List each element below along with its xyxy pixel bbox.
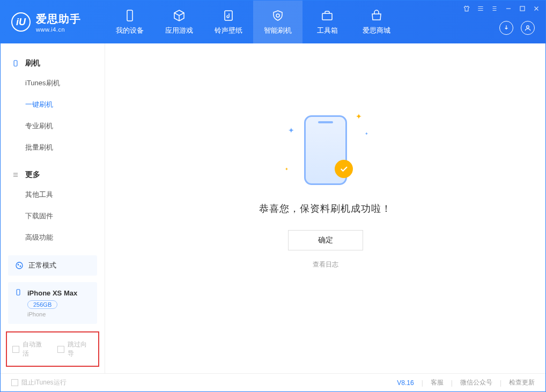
titlebar-right (463, 1, 540, 43)
sidebar-item-download-firmware[interactable]: 下载固件 (1, 205, 105, 227)
svg-point-7 (18, 264, 19, 265)
svg-point-8 (20, 265, 21, 267)
maximize-icon[interactable] (519, 5, 526, 12)
shirt-icon[interactable] (463, 5, 470, 12)
checkbox-block-itunes[interactable]: 阻止iTunes运行 (11, 378, 67, 387)
close-icon[interactable] (533, 5, 540, 12)
checkbox-box-icon (12, 346, 19, 353)
logo-icon: iU (11, 12, 31, 32)
tab-my-device[interactable]: 我的设备 (105, 1, 154, 43)
svg-rect-3 (520, 6, 525, 11)
main-tabs: 我的设备 应用游戏 铃声壁纸 智能刷机 工具箱 爱思商城 (105, 1, 401, 43)
device-info-box[interactable]: iPhone XS Max 256GB iPhone (8, 282, 97, 324)
shop-icon (370, 9, 383, 23)
sidebar-item-oneclick-flash[interactable]: 一键刷机 (1, 94, 105, 115)
user-controls (499, 21, 540, 35)
separator: | (422, 379, 423, 387)
tab-label: 智能刷机 (264, 26, 292, 35)
svg-rect-1 (225, 11, 232, 20)
music-icon (222, 9, 235, 23)
device-icon (11, 59, 20, 68)
view-log-link[interactable]: 查看日志 (313, 260, 338, 269)
logo-text: 爱思助手 www.i4.cn (36, 12, 81, 33)
phone-illustration-icon (304, 115, 347, 185)
checkbox-auto-activate[interactable]: 自动激活 (12, 340, 48, 358)
footer-right: V8.16 | 客服 | 微信公众号 | 检查更新 (397, 378, 535, 387)
sidebar-item-pro-flash[interactable]: 专业刷机 (1, 115, 105, 137)
tab-label: 我的设备 (116, 26, 144, 35)
download-button[interactable] (499, 21, 513, 35)
tab-label: 工具箱 (317, 26, 338, 35)
svg-rect-9 (17, 290, 20, 295)
status-icon (14, 261, 24, 270)
body: 刷机 iTunes刷机 一键刷机 专业刷机 批量刷机 更多 其他工具 下载固件 … (1, 43, 545, 373)
sidebar-item-other-tools[interactable]: 其他工具 (1, 184, 105, 205)
device-type: iPhone (27, 311, 91, 317)
sidebar-section-title: 更多 (25, 170, 40, 180)
svg-rect-2 (322, 13, 332, 20)
tab-smart-flash[interactable]: 智能刷机 (253, 1, 302, 43)
ok-button[interactable]: 确定 (288, 230, 363, 250)
svg-point-6 (16, 262, 23, 269)
sidebar-item-batch-flash[interactable]: 批量刷机 (1, 137, 105, 158)
sidebar-section-title: 刷机 (25, 58, 40, 68)
sparkle-icon: ✦ (356, 112, 362, 121)
main-content: ✦ ✦ ✦ ✦ 恭喜您，保资料刷机成功啦！ 确定 查看日志 (105, 43, 545, 373)
minimize-icon[interactable] (505, 5, 512, 12)
checkbox-label: 阻止iTunes运行 (21, 378, 67, 387)
sparkle-icon: ✦ (285, 167, 289, 172)
footer: 阻止iTunes运行 V8.16 | 客服 | 微信公众号 | 检查更新 (1, 373, 545, 391)
app-name-en: www.i4.cn (36, 26, 81, 33)
success-illustration: ✦ ✦ ✦ ✦ (304, 115, 347, 185)
device-name: iPhone XS Max (27, 289, 77, 297)
mode-label: 正常模式 (28, 261, 56, 270)
device-storage-badge: 256GB (27, 300, 57, 309)
logo-area: iU 爱思助手 www.i4.cn (1, 12, 105, 33)
success-message: 恭喜您，保资料刷机成功啦！ (259, 202, 392, 215)
app-name-cn: 爱思助手 (36, 12, 81, 26)
sidebar-section-more: 更多 (1, 166, 105, 184)
separator: | (451, 379, 453, 387)
separator: | (500, 379, 501, 387)
window-controls (463, 5, 540, 12)
sparkle-icon: ✦ (288, 126, 294, 135)
tab-store[interactable]: 爱思商城 (352, 1, 401, 43)
check-update-link[interactable]: 检查更新 (509, 378, 535, 387)
device-name-row: iPhone XS Max (14, 289, 91, 297)
sidebar: 刷机 iTunes刷机 一键刷机 专业刷机 批量刷机 更多 其他工具 下载固件 … (1, 43, 105, 373)
support-link[interactable]: 客服 (431, 378, 444, 387)
checkbox-label: 跳过向导 (68, 340, 93, 358)
tab-toolbox[interactable]: 工具箱 (302, 1, 352, 43)
titlebar: iU 爱思助手 www.i4.cn 我的设备 应用游戏 铃声壁纸 智能刷机 (1, 1, 545, 43)
device-phone-icon (14, 289, 23, 297)
user-button[interactable] (521, 21, 535, 35)
tab-ringtones[interactable]: 铃声壁纸 (204, 1, 253, 43)
sidebar-section-flash: 刷机 (1, 54, 105, 72)
version-label[interactable]: V8.16 (397, 379, 414, 387)
sparkle-icon: ✦ (365, 131, 368, 136)
wechat-link[interactable]: 微信公众号 (460, 378, 492, 387)
options-highlighted-box: 自动激活 跳过向导 (6, 331, 99, 367)
checkbox-box-icon (57, 346, 64, 353)
checkbox-label: 自动激活 (23, 340, 48, 358)
checkbox-box-icon (11, 379, 18, 386)
check-badge-icon (335, 160, 353, 178)
checkbox-skip-guide[interactable]: 跳过向导 (57, 340, 93, 358)
tab-label: 铃声壁纸 (215, 26, 242, 35)
toolbox-icon (320, 9, 334, 23)
menu-list-icon[interactable] (491, 5, 498, 12)
sidebar-item-advanced[interactable]: 高级功能 (1, 227, 105, 248)
tab-label: 应用游戏 (165, 26, 193, 35)
menu-icon[interactable] (477, 5, 484, 12)
sidebar-item-itunes-flash[interactable]: iTunes刷机 (1, 72, 105, 94)
svg-rect-5 (14, 61, 17, 66)
app-window: iU 爱思助手 www.i4.cn 我的设备 应用游戏 铃声壁纸 智能刷机 (0, 0, 546, 392)
svg-point-4 (527, 26, 529, 28)
phone-icon (123, 9, 137, 23)
tab-apps-games[interactable]: 应用游戏 (154, 1, 204, 43)
list-icon (11, 171, 20, 179)
svg-rect-0 (127, 10, 132, 21)
cube-icon (172, 9, 186, 23)
refresh-shield-icon (271, 9, 285, 23)
mode-status-box[interactable]: 正常模式 (8, 255, 97, 276)
